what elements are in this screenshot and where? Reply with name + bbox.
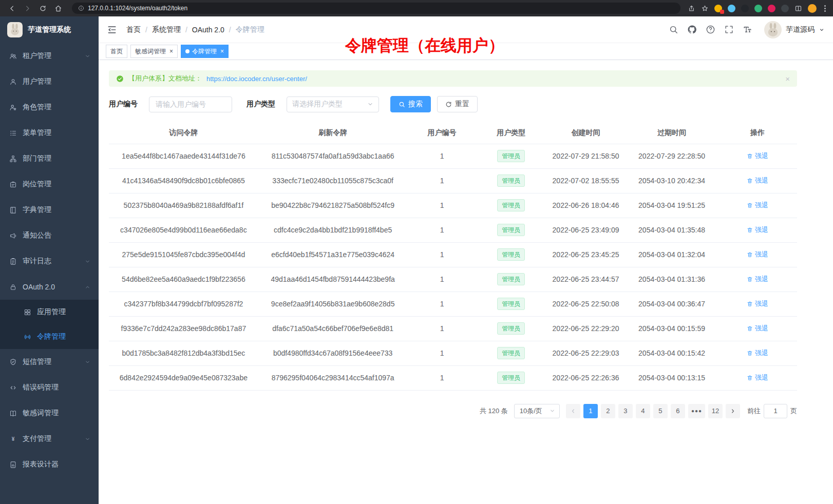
user-id-input[interactable] — [149, 96, 232, 112]
sidebar-item-menu[interactable]: 菜单管理 — [0, 120, 99, 146]
user-id-cell: 1 — [408, 218, 477, 242]
font-size-icon[interactable] — [743, 25, 752, 34]
share-icon[interactable] — [688, 5, 695, 12]
forward-arrow-icon — [24, 5, 31, 12]
user-type-cell: 管理员 — [477, 267, 546, 292]
tab-oauth2-token[interactable]: 令牌管理× — [181, 45, 229, 58]
force-logout-button[interactable]: 强退 — [747, 225, 768, 235]
doc-link[interactable]: https://doc.iocoder.cn/user-center/ — [206, 75, 307, 83]
table-row: 41c41346a548490f9dc8b01c6bfe0865333ecfc7… — [109, 168, 797, 193]
prev-page-button[interactable] — [566, 404, 580, 418]
sidebar-item-label: 菜单管理 — [23, 128, 51, 138]
force-logout-button[interactable]: 强退 — [747, 201, 768, 210]
sidebar-item-oauth2-token[interactable]: 令牌管理 — [0, 324, 99, 349]
extension-icon[interactable] — [781, 5, 789, 12]
logo-rabbit-avatar — [7, 22, 23, 37]
sidebar-item-oauth2-app[interactable]: 应用管理 — [0, 300, 99, 324]
page-button-12[interactable]: 12 — [708, 404, 723, 418]
split-window-icon[interactable] — [794, 5, 802, 12]
github-icon[interactable] — [687, 25, 697, 34]
refresh-token-cell: cdfc4ce9c2da4bb1bdf21b9918ff4be5 — [258, 218, 408, 242]
browser-menu-icon[interactable] — [822, 5, 828, 12]
trash-icon — [747, 301, 753, 307]
create-time-cell: 2022-06-26 18:04:46 — [546, 193, 626, 218]
bookmark-star-icon[interactable] — [701, 5, 709, 12]
reset-button[interactable]: 重置 — [437, 96, 478, 112]
sidebar-item-post[interactable]: 岗位管理 — [0, 171, 99, 197]
force-logout-button[interactable]: 强退 — [747, 176, 768, 185]
page-button-5[interactable]: 5 — [653, 404, 668, 418]
force-logout-button[interactable]: 强退 — [747, 151, 768, 161]
user-id-cell: 1 — [408, 168, 477, 193]
sidebar-item-role[interactable]: 角色管理 — [0, 94, 99, 120]
force-logout-button[interactable]: 强退 — [747, 373, 768, 382]
extension-icon[interactable] — [714, 5, 722, 12]
user-menu[interactable]: 芋道源码 — [764, 21, 825, 38]
sidebar-item-sensitive-word[interactable]: 敏感词管理 — [0, 400, 99, 426]
goto-page-input[interactable] — [764, 404, 787, 418]
browser-forward-button[interactable] — [21, 2, 34, 15]
role-icon — [9, 104, 17, 111]
force-logout-button[interactable]: 强退 — [747, 250, 768, 259]
address-bar[interactable]: 127.0.0.1:1024/system/oauth2/token — [72, 3, 680, 14]
main-area: 首页/系统管理/OAuth 2.0/令牌管理 芋道源码 首页敏感词管理×令牌管理… — [99, 16, 833, 504]
force-logout-button[interactable]: 强退 — [747, 299, 768, 308]
page-button-3[interactable]: 3 — [618, 404, 633, 418]
page-button-2[interactable]: 2 — [601, 404, 615, 418]
sidebar-item-tenant[interactable]: 租户管理 — [0, 43, 99, 69]
page-size-select[interactable]: 10条/页 — [514, 404, 560, 418]
breadcrumb-item[interactable]: 系统管理 — [152, 25, 181, 34]
user-type-select[interactable]: 请选择用户类型 — [287, 96, 379, 112]
page-button-1[interactable]: 1 — [583, 404, 598, 418]
user-type-tag: 管理员 — [497, 150, 525, 162]
sidebar-item-dept[interactable]: 部门管理 — [0, 146, 99, 171]
force-logout-button[interactable]: 强退 — [747, 324, 768, 333]
breadcrumb-item[interactable]: OAuth 2.0 — [192, 26, 224, 34]
sidebar-item-report[interactable]: 报表设计器 — [0, 452, 99, 477]
fullscreen-icon[interactable] — [724, 25, 734, 34]
tab-sensitive-word[interactable]: 敏感词管理× — [130, 45, 178, 58]
extension-icon[interactable] — [754, 5, 762, 12]
extension-icon[interactable] — [728, 5, 735, 12]
sidebar-item-notice[interactable]: 通知公告 — [0, 223, 99, 248]
user-type-cell: 管理员 — [477, 341, 546, 365]
sidebar-item-user[interactable]: 用户管理 — [0, 69, 99, 94]
browser-home-button[interactable] — [51, 2, 65, 15]
breadcrumb-separator: / — [185, 26, 187, 34]
page-button-6[interactable]: 6 — [671, 404, 685, 418]
user-type-cell: 管理员 — [477, 365, 546, 390]
next-page-button[interactable] — [726, 404, 740, 418]
tab-home[interactable]: 首页 — [106, 45, 127, 58]
app-logo[interactable]: 芋道管理系统 — [0, 16, 99, 43]
search-button[interactable]: 搜索 — [390, 96, 431, 112]
close-tab-icon[interactable]: × — [220, 48, 224, 54]
browser-profile-avatar[interactable] — [808, 4, 817, 13]
browser-back-button[interactable] — [5, 2, 18, 15]
extension-icon[interactable] — [768, 5, 775, 12]
extension-icon[interactable] — [741, 5, 749, 12]
force-logout-button[interactable]: 强退 — [747, 275, 768, 284]
table-row: 275e5de9151045fe87cbdc395e004f4de6cfd40e… — [109, 242, 797, 267]
close-tab-icon[interactable]: × — [169, 48, 173, 54]
force-logout-button[interactable]: 强退 — [747, 348, 768, 358]
sidebar-item-label: OAuth 2.0 — [23, 283, 55, 291]
search-icon[interactable] — [669, 25, 678, 34]
chevron-down-icon — [85, 359, 90, 365]
sidebar-item-error-code[interactable]: 错误码管理 — [0, 375, 99, 400]
sidebar-item-audit-log[interactable]: 审计日志 — [0, 248, 99, 274]
breadcrumb-item[interactable]: 首页 — [126, 25, 141, 34]
page-button-4[interactable]: 4 — [636, 404, 650, 418]
trash-icon — [747, 251, 753, 258]
create-time-cell: 2022-06-25 22:50:08 — [546, 292, 626, 316]
sidebar-item-oauth2[interactable]: OAuth 2.0 — [0, 274, 99, 300]
more-pages-button[interactable]: ●●● — [688, 404, 705, 418]
help-icon[interactable] — [706, 25, 715, 34]
sidebar-item-dict[interactable]: 字典管理 — [0, 197, 99, 223]
chevron-down-icon — [367, 101, 373, 107]
close-alert-icon[interactable]: × — [785, 75, 790, 83]
sidebar-item-pay[interactable]: ¥支付管理 — [0, 426, 99, 452]
alert-text: 【用户体系】文档地址： — [128, 74, 202, 83]
collapse-sidebar-icon[interactable] — [107, 25, 117, 35]
sidebar-item-sms[interactable]: 短信管理 — [0, 349, 99, 375]
browser-reload-button[interactable] — [36, 2, 49, 15]
